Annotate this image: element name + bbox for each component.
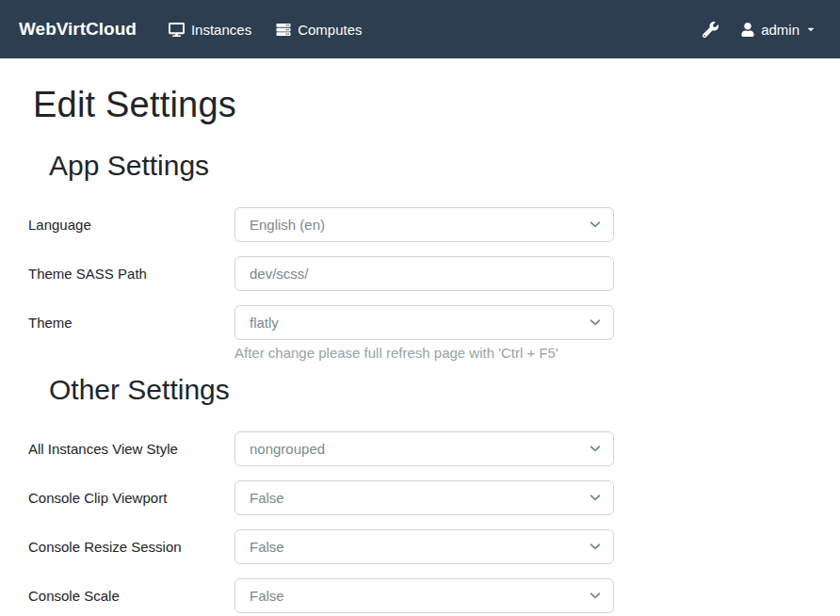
brand-link[interactable]: WebVirtCloud	[19, 19, 137, 40]
wrench-icon[interactable]	[703, 22, 719, 38]
form-row-language: LanguageEnglish (en)	[28, 207, 812, 242]
user-menu-label: admin	[761, 22, 800, 38]
form-row-all-instances-view-style: All Instances View Stylenongrouped	[28, 431, 812, 466]
form-row-console-resize-session: Console Resize SessionFalse	[28, 529, 812, 564]
navbar-items: Instances Computes	[169, 22, 387, 38]
field-label-language: Language	[28, 207, 234, 242]
section-title-other-settings: Other Settings	[49, 373, 812, 407]
field-label-console-clip-viewport: Console Clip Viewport	[28, 480, 234, 515]
form-row-console-clip-viewport: Console Clip ViewportFalse	[28, 480, 812, 515]
field-label-console-scale: Console Scale	[28, 578, 234, 613]
navbar: WebVirtCloud Instances Computes admin	[0, 0, 840, 58]
console-scale-select[interactable]: False	[234, 578, 614, 613]
caret-down-icon	[806, 24, 816, 34]
user-menu[interactable]: admin	[741, 22, 816, 38]
control-wrap: False	[234, 529, 614, 564]
control-wrap: nongrouped	[234, 431, 614, 466]
display-icon	[169, 23, 185, 37]
control-wrap: English (en)	[234, 207, 614, 242]
form-row-theme-sass-path: Theme SASS Path	[28, 256, 812, 291]
server-icon	[276, 23, 291, 37]
field-label-theme: Theme	[28, 305, 234, 340]
nav-item-computes[interactable]: Computes	[276, 22, 362, 38]
theme-sass-path-input[interactable]	[234, 256, 614, 291]
nav-item-instances[interactable]: Instances	[169, 22, 251, 38]
main-content: Edit Settings App SettingsLanguageEnglis…	[0, 83, 840, 613]
field-label-theme-sass-path: Theme SASS Path	[28, 256, 234, 291]
all-instances-view-style-select[interactable]: nongrouped	[234, 431, 614, 466]
page-title: Edit Settings	[33, 83, 812, 126]
field-label-console-resize-session: Console Resize Session	[28, 529, 234, 564]
nav-item-label: Instances	[191, 22, 251, 38]
form-row-theme: ThemeflatlyAfter change please full refr…	[28, 305, 812, 363]
control-wrap: False	[234, 480, 614, 515]
form-row-console-scale: Console ScaleFalse	[28, 578, 812, 613]
control-wrap	[234, 256, 614, 291]
navbar-right: admin	[703, 22, 816, 38]
field-help-theme: After change please full refresh page wi…	[234, 344, 614, 363]
console-clip-viewport-select[interactable]: False	[234, 480, 614, 515]
control-wrap: False	[234, 578, 614, 613]
console-resize-session-select[interactable]: False	[234, 529, 614, 564]
nav-item-label: Computes	[298, 22, 362, 38]
control-wrap: flatlyAfter change please full refresh p…	[234, 305, 614, 363]
language-select[interactable]: English (en)	[234, 207, 614, 242]
theme-select[interactable]: flatly	[234, 305, 614, 340]
settings-form: App SettingsLanguageEnglish (en)Theme SA…	[28, 149, 812, 613]
user-icon	[741, 23, 754, 37]
section-title-app-settings: App Settings	[49, 149, 812, 183]
field-label-all-instances-view-style: All Instances View Style	[28, 431, 234, 466]
